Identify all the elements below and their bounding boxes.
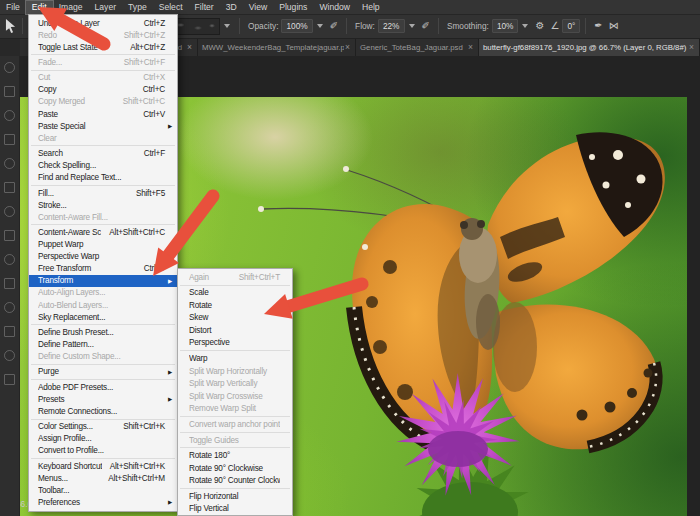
menubar-item-window[interactable]: Window bbox=[313, 1, 356, 14]
menu-item-preferences[interactable]: Preferences▶ bbox=[29, 496, 177, 508]
menu-item-distort[interactable]: Distort bbox=[178, 324, 292, 337]
gear-icon[interactable]: ⚙ bbox=[535, 19, 544, 33]
menu-item-purge[interactable]: Purge▶ bbox=[29, 366, 177, 378]
tool-icon[interactable] bbox=[4, 86, 15, 97]
chevron-down-icon[interactable] bbox=[224, 24, 230, 28]
close-icon[interactable]: × bbox=[467, 42, 478, 52]
submenu-arrow-icon: ▶ bbox=[165, 393, 172, 405]
chevron-down-icon[interactable] bbox=[409, 24, 415, 28]
tool-icon[interactable] bbox=[4, 206, 15, 217]
menu-item-paste-special[interactable]: Paste Special▶ bbox=[29, 120, 177, 132]
menu-item-fade: Fade...Shift+Ctrl+F bbox=[29, 56, 177, 68]
tool-icon[interactable] bbox=[4, 182, 15, 193]
menu-item-label: Content-Aware Fill... bbox=[38, 213, 165, 222]
pen-pressure-icon[interactable]: ✐ bbox=[422, 19, 430, 33]
move-tool-icon[interactable] bbox=[4, 19, 17, 33]
document-tab-label: MWW_WeekenderBag_Templatejaguar.psd bbox=[198, 43, 344, 52]
tool-icon[interactable] bbox=[4, 230, 15, 241]
menu-item-undo-make-layer[interactable]: Undo Make LayerCtrl+Z bbox=[29, 17, 177, 29]
close-icon[interactable]: × bbox=[186, 42, 197, 52]
menubar-item-layer[interactable]: Layer bbox=[89, 1, 123, 14]
menu-item-label: Again bbox=[189, 273, 231, 282]
document-tab[interactable]: MWW_WeekenderBag_Templatejaguar.psd× bbox=[198, 38, 356, 56]
menu-item-scale[interactable]: Scale bbox=[178, 287, 292, 300]
airbrush-icon[interactable]: ✒ bbox=[594, 19, 602, 33]
menu-item-define-brush-preset[interactable]: Define Brush Preset... bbox=[29, 326, 177, 338]
menu-item-label: Toolbar... bbox=[38, 486, 165, 495]
menu-item-find-and-replace-text[interactable]: Find and Replace Text... bbox=[29, 172, 177, 184]
menu-item-perspective[interactable]: Perspective bbox=[178, 337, 292, 350]
chevron-down-icon[interactable] bbox=[317, 24, 323, 28]
menu-item-puppet-warp[interactable]: Puppet Warp bbox=[29, 239, 177, 251]
menu-item-toggle-last-state[interactable]: Toggle Last StateAlt+Ctrl+Z bbox=[29, 41, 177, 53]
menu-item-paste[interactable]: PasteCtrl+V bbox=[29, 108, 177, 120]
menu-item-assign-profile[interactable]: Assign Profile... bbox=[29, 433, 177, 445]
menu-separator bbox=[180, 416, 290, 417]
tool-icon[interactable] bbox=[4, 158, 15, 169]
chevron-down-icon[interactable] bbox=[522, 24, 528, 28]
symmetry-butterfly-icon[interactable]: ⋈ bbox=[609, 19, 619, 33]
menubar-item-plugins[interactable]: Plugins bbox=[273, 1, 313, 14]
menu-item-copy[interactable]: CopyCtrl+C bbox=[29, 84, 177, 96]
menu-item-flip-horizontal[interactable]: Flip Horizontal bbox=[178, 490, 292, 503]
menu-item-flip-vertical[interactable]: Flip Vertical bbox=[178, 503, 292, 516]
menu-item-define-pattern[interactable]: Define Pattern... bbox=[29, 338, 177, 350]
menu-item-keyboard-shortcuts[interactable]: Keyboard Shortcuts...Alt+Shift+Ctrl+K bbox=[29, 460, 177, 472]
menu-item-presets[interactable]: Presets▶ bbox=[29, 393, 177, 405]
menu-item-content-aware-scale[interactable]: Content-Aware ScaleAlt+Shift+Ctrl+C bbox=[29, 226, 177, 238]
menu-item-rotate-90-counter-clockwise[interactable]: Rotate 90° Counter Clockwise bbox=[178, 474, 292, 487]
document-tab[interactable]: butterfly-gf68f89176_1920.jpg @ 66.7% (L… bbox=[479, 38, 700, 56]
menubar-item-edit[interactable]: Edit bbox=[26, 1, 53, 14]
flow-value[interactable]: 22% bbox=[378, 19, 405, 33]
menu-separator bbox=[31, 185, 175, 186]
smoothing-value[interactable]: 10% bbox=[492, 19, 519, 33]
menu-item-adobe-pdf-presets[interactable]: Adobe PDF Presets... bbox=[29, 381, 177, 393]
menubar-item-select[interactable]: Select bbox=[153, 1, 189, 14]
tool-icon[interactable] bbox=[4, 110, 15, 121]
menu-item-rotate[interactable]: Rotate bbox=[178, 299, 292, 312]
menubar-item-view[interactable]: View bbox=[243, 1, 273, 14]
menu-item-menus[interactable]: Menus...Alt+Shift+Ctrl+M bbox=[29, 472, 177, 484]
brush-angle-value[interactable]: 0° bbox=[562, 19, 580, 33]
tool-icon[interactable] bbox=[4, 62, 15, 73]
menu-item-transform[interactable]: Transform▶ bbox=[29, 275, 177, 287]
tool-icon[interactable] bbox=[4, 278, 15, 289]
close-icon[interactable]: × bbox=[688, 42, 699, 52]
menubar-item-3d[interactable]: 3D bbox=[220, 1, 243, 14]
menu-bar: FileEditImageLayerTypeSelectFilter3DView… bbox=[0, 0, 700, 15]
menubar-item-file[interactable]: File bbox=[0, 1, 26, 14]
menu-item-perspective-warp[interactable]: Perspective Warp bbox=[29, 251, 177, 263]
menu-item-warp[interactable]: Warp bbox=[178, 352, 292, 365]
menu-separator bbox=[31, 458, 175, 459]
menubar-item-filter[interactable]: Filter bbox=[189, 1, 220, 14]
menu-item-rotate-90-clockwise[interactable]: Rotate 90° Clockwise bbox=[178, 462, 292, 475]
menubar-item-image[interactable]: Image bbox=[53, 1, 89, 14]
tool-icon[interactable] bbox=[4, 326, 15, 337]
tool-icon[interactable] bbox=[4, 302, 15, 313]
pen-pressure-icon[interactable]: ✐ bbox=[330, 19, 338, 33]
opacity-value[interactable]: 100% bbox=[281, 19, 312, 33]
tool-icon[interactable] bbox=[4, 134, 15, 145]
tool-icon[interactable] bbox=[4, 254, 15, 265]
menubar-item-type[interactable]: Type bbox=[122, 1, 153, 14]
menu-item-check-spelling[interactable]: Check Spelling... bbox=[29, 160, 177, 172]
menu-item-stroke[interactable]: Stroke... bbox=[29, 199, 177, 211]
menu-item-color-settings[interactable]: Color Settings...Shift+Ctrl+K bbox=[29, 421, 177, 433]
close-icon[interactable]: × bbox=[344, 42, 355, 52]
menu-item-sky-replacement[interactable]: Sky Replacement... bbox=[29, 311, 177, 323]
menu-item-search[interactable]: SearchCtrl+F bbox=[29, 148, 177, 160]
menu-item-fill[interactable]: Fill...Shift+F5 bbox=[29, 187, 177, 199]
menu-item-label: Perspective bbox=[189, 338, 280, 347]
tool-icon[interactable] bbox=[4, 350, 15, 361]
menu-item-convert-to-profile[interactable]: Convert to Profile... bbox=[29, 445, 177, 457]
menu-item-split-warp-horizontally: Split Warp Horizontally bbox=[178, 365, 292, 378]
menu-item-remote-connections[interactable]: Remote Connections... bbox=[29, 405, 177, 417]
tool-icon[interactable] bbox=[4, 374, 15, 385]
menu-item-rotate-180[interactable]: Rotate 180° bbox=[178, 449, 292, 462]
menu-item-label: Stroke... bbox=[38, 201, 165, 210]
menu-item-skew[interactable]: Skew bbox=[178, 312, 292, 325]
document-tab[interactable]: Generic_ToteBag_Jaguar.psd× bbox=[356, 38, 479, 56]
menubar-item-help[interactable]: Help bbox=[356, 1, 386, 14]
menu-item-toolbar[interactable]: Toolbar... bbox=[29, 484, 177, 496]
menu-item-free-transform[interactable]: Free TransformCtrl+T bbox=[29, 263, 177, 275]
